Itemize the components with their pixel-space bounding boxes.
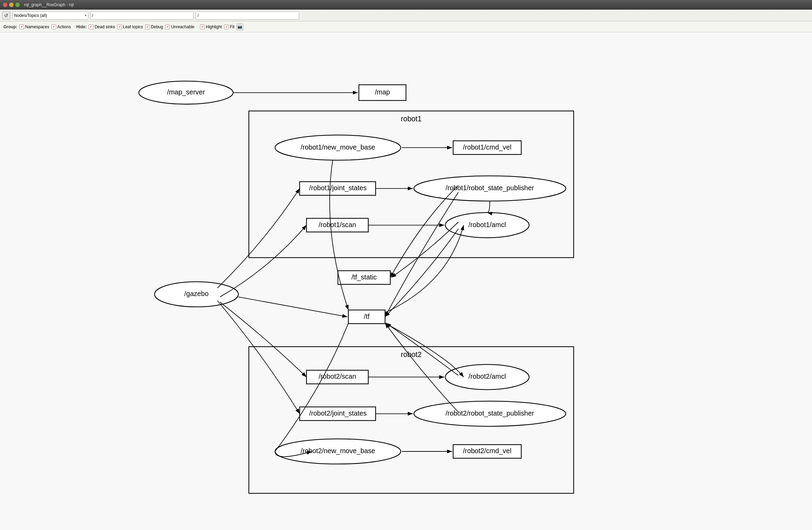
svg-text:/robot2/scan: /robot2/scan [319, 373, 356, 380]
node-graph-combo[interactable]: Nodes/Topics (all) ▾ [12, 11, 88, 20]
highlight-check-icon [200, 24, 205, 29]
svg-text:/tf_static: /tf_static [352, 273, 377, 281]
hide-label: Hide: [76, 24, 87, 29]
debug-checkbox[interactable]: Debug [145, 24, 163, 29]
actions-label: Actions [57, 24, 71, 29]
refresh-button[interactable]: ↺ [2, 11, 10, 20]
highlight-label: Highlight [206, 24, 222, 29]
fit-checkbox[interactable]: Fit [224, 24, 234, 29]
highlight-checkbox[interactable]: Highlight [200, 24, 222, 29]
svg-text:/robot2/amcl: /robot2/amcl [468, 373, 506, 380]
svg-text:/robot2/robot_state_publisher: /robot2/robot_state_publisher [446, 409, 534, 417]
window-title: rqt_graph__RosGraph - rqt [24, 2, 74, 7]
namespaces-label: Namespaces [25, 24, 49, 29]
fit-label: Fit [230, 24, 234, 29]
actions-checkbox[interactable]: Actions [51, 24, 71, 29]
hide-section: Hide: Dead sinks Leaf topics Debug Unrea… [76, 24, 194, 29]
debug-check-icon [145, 24, 150, 29]
leaf-topics-check-icon [117, 24, 122, 29]
group-label: Group: [3, 24, 17, 29]
svg-text:/robot2/new_move_base: /robot2/new_move_base [301, 447, 375, 455]
unreachable-check-icon [165, 24, 170, 29]
window-controls[interactable] [3, 2, 20, 7]
unreachable-checkbox[interactable]: Unreachable [165, 24, 194, 29]
title-bar: rqt_graph__RosGraph - rqt [0, 0, 812, 10]
options-section: Highlight Fit 📷 [200, 23, 243, 30]
filter1-input[interactable] [90, 11, 194, 20]
svg-text:/map_server: /map_server [167, 88, 205, 96]
screenshot-icon: 📷 [236, 23, 243, 30]
namespaces-check-icon [19, 24, 24, 29]
close-button[interactable] [3, 2, 8, 7]
namespaces-checkbox[interactable]: Namespaces [19, 24, 49, 29]
dead-sinks-label: Dead sinks [94, 24, 115, 29]
actions-check-icon [51, 24, 56, 29]
svg-text:/robot1/scan: /robot1/scan [319, 221, 356, 228]
svg-text:/robot1/amcl: /robot1/amcl [468, 221, 506, 228]
dead-sinks-checkbox[interactable]: Dead sinks [89, 24, 115, 29]
toolbar2: Group: Namespaces Actions Hide: Dead sin… [0, 21, 812, 32]
filter2-input[interactable] [196, 11, 299, 20]
svg-text:/robot1/cmd_vel: /robot1/cmd_vel [463, 143, 511, 151]
fit-check-icon [224, 24, 229, 29]
graph-area[interactable]: /map_server /map robot1 /robot1/new_move… [0, 32, 812, 530]
svg-text:/gazebo: /gazebo [184, 290, 209, 297]
combo-arrow-icon: ▾ [85, 13, 87, 17]
svg-text:/robot1/joint_states: /robot1/joint_states [309, 184, 367, 192]
debug-label: Debug [151, 24, 163, 29]
graph-svg: /map_server /map robot1 /robot1/new_move… [0, 32, 812, 530]
leaf-topics-label: Leaf topics [123, 24, 143, 29]
svg-text:/tf: /tf [364, 313, 370, 320]
group-section: Group: Namespaces Actions [3, 24, 71, 29]
dead-sinks-check-icon [89, 24, 93, 29]
maximize-button[interactable] [15, 2, 20, 7]
combo-value: Nodes/Topics (all) [14, 13, 47, 18]
screenshot-button[interactable]: 📷 [236, 23, 243, 30]
svg-text:/robot1/robot_state_publisher: /robot1/robot_state_publisher [446, 184, 534, 192]
svg-text:/robot2/cmd_vel: /robot2/cmd_vel [463, 447, 511, 455]
svg-text:/robot2/joint_states: /robot2/joint_states [309, 409, 367, 417]
svg-text:/robot1/new_move_base: /robot1/new_move_base [301, 143, 375, 151]
svg-text:/map: /map [375, 88, 390, 96]
unreachable-label: Unreachable [171, 24, 194, 29]
leaf-topics-checkbox[interactable]: Leaf topics [117, 24, 143, 29]
toolbar1: ↺ Nodes/Topics (all) ▾ [0, 10, 812, 21]
svg-text:robot1: robot1 [401, 115, 422, 123]
minimize-button[interactable] [9, 2, 14, 7]
